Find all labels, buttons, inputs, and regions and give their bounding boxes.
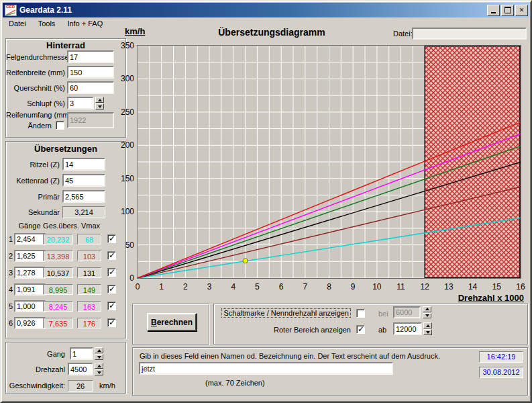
berechnen-button[interactable]: Berechnen — [147, 313, 197, 331]
gear-visible-checkbox[interactable] — [107, 302, 116, 310]
gear-total-ratio: 10,537 — [43, 267, 73, 278]
schlupf-stepper[interactable] — [95, 97, 104, 109]
kettenrad-label: Kettenrad (Z) — [6, 177, 60, 185]
name-input[interactable] — [139, 362, 393, 375]
drehzahl-label: Drehzahl — [6, 365, 65, 373]
querschnitt-label: Querschnitt (%) — [6, 84, 65, 92]
kettenrad-input[interactable] — [62, 174, 105, 187]
schaltmarke-checkbox[interactable] — [356, 309, 365, 318]
uebersetzungen-panel: Übersetzungen Ritzel (Z) Kettenrad (Z) P… — [5, 141, 126, 339]
x-tick-label: 7 — [297, 282, 313, 292]
primaer-label: Primär — [6, 193, 60, 201]
datei-label: Datei: — [393, 30, 413, 38]
spin-up-icon[interactable] — [423, 306, 431, 312]
x-axis-title: Drehzahl x 1000 — [429, 293, 524, 303]
gear-number: 4 — [6, 285, 13, 294]
roter-bereich-rpm-input[interactable] — [393, 322, 422, 335]
menu-tools[interactable]: Tools — [32, 18, 62, 29]
ritzel-input[interactable] — [62, 158, 105, 171]
maximize-button[interactable] — [501, 5, 514, 16]
name-hint-label: Gib in dieses Feld einen Namen od. Bezei… — [140, 352, 440, 360]
y-tick-label: 100 — [110, 207, 134, 216]
options-panel: Schaltmarke / Nenndrehzahl anzeigen bei … — [213, 304, 528, 345]
x-tick-label: 16 — [513, 282, 529, 292]
spin-up-icon[interactable] — [423, 322, 432, 328]
schaltmarke-label: Schaltmarke / Nenndrehzahl anzeigen — [221, 308, 351, 318]
gang-label: Gang — [6, 350, 65, 358]
geardata-window: { "window": {"title": "Geardata 2.11"}, … — [0, 0, 532, 403]
spin-down-icon[interactable] — [95, 354, 103, 360]
reifenbreite-input[interactable] — [67, 66, 114, 79]
gear-vmax: 176 — [77, 318, 101, 328]
spin-down-icon[interactable] — [95, 103, 104, 109]
y-tick-label: 150 — [110, 174, 134, 183]
gear-total-ratio: 7,635 — [43, 318, 73, 328]
footer-panel: Gib in dieses Feld einen Namen od. Bezei… — [132, 347, 528, 396]
spin-down-icon[interactable] — [95, 369, 103, 375]
x-tick-label: 2 — [177, 282, 193, 292]
felgendurchmesser-input[interactable] — [67, 50, 114, 63]
berechnen-label-rest: erechnen — [157, 318, 193, 327]
y-tick-label: 200 — [110, 140, 134, 150]
gear-visible-checkbox[interactable] — [107, 285, 116, 294]
berechnen-label-prefix: B — [151, 318, 157, 327]
gear-visible-checkbox[interactable] — [107, 318, 116, 327]
gang-panel: Gang Drehzahl Geschwindigkeit: 26 km/h — [5, 342, 126, 394]
querschnitt-input[interactable] — [67, 81, 114, 94]
gang-stepper[interactable] — [95, 347, 103, 360]
aendern-checkbox[interactable] — [56, 121, 64, 130]
geschwindigkeit-unit: km/h — [99, 382, 115, 390]
hinterrad-panel: Hinterrad Felgendurchmesser ('') Reifenb… — [5, 38, 126, 138]
gear-ratio-input[interactable] — [14, 317, 46, 329]
aendern-label: Ändern — [6, 122, 52, 130]
x-tick-label: 12 — [417, 282, 433, 292]
schaltmarke-rpm-stepper[interactable] — [423, 306, 431, 318]
x-tick-label: 3 — [201, 282, 217, 292]
gear-ratio-input[interactable] — [14, 300, 46, 312]
x-tick-label: 10 — [369, 282, 385, 292]
schaltmarke-rpm-input — [393, 306, 421, 318]
datei-field[interactable] — [412, 28, 527, 40]
drehzahl-input[interactable] — [68, 363, 93, 375]
menu-datei[interactable]: Datei — [3, 18, 32, 29]
minimize-button[interactable] — [487, 5, 500, 16]
primaer-input[interactable] — [62, 190, 105, 203]
berechnen-panel: Berechnen — [132, 304, 209, 345]
sekundaer-label: Sekundär — [6, 208, 60, 216]
max-chars-label: (max. 70 Zeichen) — [205, 379, 265, 387]
window-title: Geardata 2.11 — [19, 5, 72, 15]
gear-total-ratio: 8,995 — [43, 284, 73, 295]
gear-ratio-input[interactable] — [14, 283, 46, 296]
close-button[interactable]: ✕ — [515, 5, 528, 16]
ab-label: ab — [378, 326, 386, 334]
reifenumfang-input — [67, 112, 114, 128]
spin-up-icon[interactable] — [95, 363, 103, 369]
spin-down-icon[interactable] — [423, 313, 431, 319]
x-tick-label: 14 — [465, 282, 481, 292]
gear-ratio-input[interactable] — [14, 233, 46, 245]
drehzahl-stepper[interactable] — [95, 363, 103, 375]
menu-info-faq[interactable]: Info + FAQ — [61, 18, 109, 29]
spin-up-icon[interactable] — [95, 347, 103, 353]
title-bar[interactable]: GED Geardata 2.11 ✕ — [3, 3, 529, 17]
app-icon: GED — [5, 5, 17, 16]
bei-label: bei — [378, 310, 388, 318]
x-tick-label: 5 — [249, 282, 265, 292]
schlupf-input[interactable] — [67, 97, 94, 109]
x-tick-label: 15 — [488, 282, 504, 292]
spin-up-icon[interactable] — [95, 97, 104, 103]
gear-number: 3 — [6, 269, 13, 277]
gear-ratio-input[interactable] — [14, 250, 46, 262]
y-tick-label: 50 — [110, 240, 134, 250]
spin-down-icon[interactable] — [423, 329, 432, 335]
gear-ratio-input[interactable] — [14, 267, 46, 279]
gear-total-ratio: 8,245 — [43, 301, 73, 312]
x-tick-label: 4 — [225, 282, 242, 292]
roter-bereich-rpm-stepper[interactable] — [423, 322, 432, 335]
gear-visible-checkbox[interactable] — [107, 251, 116, 260]
x-tick-label: 13 — [441, 282, 457, 292]
gang-input[interactable] — [70, 347, 93, 360]
roter-bereich-checkbox[interactable] — [356, 325, 365, 334]
sekundaer-value: 3,214 — [62, 206, 105, 218]
gear-chart-plot — [137, 45, 521, 279]
